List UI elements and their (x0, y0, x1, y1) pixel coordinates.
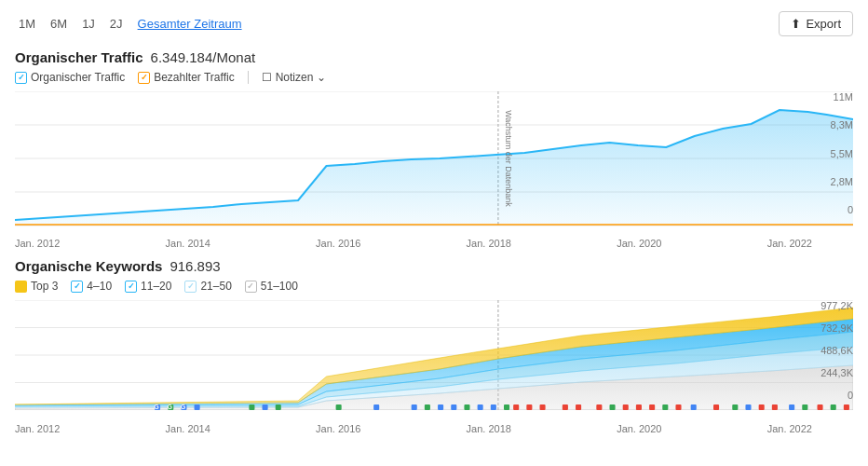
traffic-x-axis: Jan. 2012 Jan. 2014 Jan. 2016 Jan. 2018 … (15, 236, 812, 249)
svg-rect-19 (276, 404, 281, 410)
legend-11-20: 11–20 (125, 280, 171, 293)
svg-rect-48 (789, 404, 794, 410)
keywords-legend: Top 3 4–10 11–20 21–50 51–100 (15, 280, 853, 293)
time-btn-1m[interactable]: 1M (15, 15, 39, 33)
organic-traffic-section: Organischer Traffic 6.349.184/Monat Orga… (15, 49, 853, 249)
svg-rect-37 (623, 404, 629, 410)
time-btn-1j[interactable]: 1J (78, 15, 99, 33)
kw-x-label-2018: Jan. 2018 (467, 423, 511, 434)
x-label-2018: Jan. 2018 (467, 238, 511, 249)
organic-traffic-legend: Organischer Traffic Bezahlter Traffic ☐ … (15, 71, 853, 84)
legend-paid-label: Bezahlter Traffic (154, 71, 234, 84)
x-label-2016: Jan. 2016 (316, 238, 360, 249)
keywords-x-axis: Jan. 2012 Jan. 2014 Jan. 2016 Jan. 2018 … (15, 421, 812, 434)
legend-51-100-checkbox[interactable] (245, 281, 257, 293)
svg-rect-23 (425, 404, 430, 410)
export-button[interactable]: ⬆ Export (779, 11, 853, 36)
traffic-svg: Wachstum der Datenbank (15, 91, 853, 226)
legend-21-50-checkbox[interactable] (184, 281, 197, 293)
keywords-value: 916.893 (170, 258, 220, 274)
legend-4-10-checkbox[interactable] (71, 281, 83, 293)
legend-51-100-label: 51–100 (261, 280, 298, 293)
organic-traffic-value: 6.349.184/Monat (151, 49, 256, 65)
svg-text:G: G (181, 404, 186, 410)
x-label-2020: Jan. 2020 (617, 238, 661, 249)
legend-top3-box (15, 281, 27, 293)
notizen-button[interactable]: ☐ Notizen ⌄ (262, 71, 326, 84)
svg-text:Wachstum der Datenbank: Wachstum der Datenbank (504, 110, 513, 207)
kw-y-label-977: 977,2K (821, 300, 853, 311)
svg-rect-20 (336, 404, 342, 410)
y-label-83m: 8,3M (831, 119, 853, 130)
legend-top3-label: Top 3 (31, 280, 58, 293)
organic-traffic-title: Organischer Traffic (15, 49, 143, 65)
svg-rect-27 (478, 404, 483, 410)
svg-rect-28 (491, 404, 496, 410)
keywords-title-row: Organische Keywords 916.893 (15, 258, 853, 274)
kw-y-label-732: 732,9K (821, 322, 853, 334)
x-label-2014: Jan. 2014 (166, 238, 210, 249)
export-icon: ⬆ (791, 17, 801, 31)
svg-rect-36 (610, 404, 616, 410)
notizen-icon: ☐ (262, 71, 272, 84)
kw-x-label-2020: Jan. 2020 (617, 423, 661, 434)
kw-x-label-2014: Jan. 2014 (166, 423, 210, 434)
svg-rect-22 (412, 404, 417, 410)
keywords-title: Organische Keywords (15, 258, 162, 274)
x-label-2022: Jan. 2022 (767, 238, 812, 249)
legend-top3: Top 3 (15, 280, 58, 293)
kw-x-label-2022: Jan. 2022 (767, 423, 812, 434)
svg-rect-44 (732, 404, 738, 410)
legend-divider (248, 71, 249, 84)
legend-11-20-label: 11–20 (141, 280, 171, 293)
svg-rect-17 (249, 404, 254, 410)
svg-rect-25 (451, 404, 456, 410)
legend-4-10-label: 4–10 (87, 280, 112, 293)
x-label-2012: Jan. 2012 (15, 238, 60, 249)
notizen-label: Notizen ⌄ (276, 71, 326, 84)
legend-organic-checkbox[interactable] (15, 72, 27, 84)
time-range-bar: 1M 6M 1J 2J Gesamter Zeitraum ⬆ Export (15, 11, 853, 36)
svg-rect-42 (691, 404, 697, 410)
time-btn-2j[interactable]: 2J (106, 15, 127, 33)
svg-rect-38 (636, 404, 642, 410)
svg-rect-43 (713, 404, 719, 410)
svg-rect-40 (662, 404, 668, 410)
kw-y-label-244: 244,3K (821, 367, 853, 378)
main-container: 1M 6M 1J 2J Gesamter Zeitraum ⬆ Export O… (0, 0, 868, 445)
time-btn-gesamt[interactable]: Gesamter Zeitraum (134, 15, 246, 33)
svg-rect-34 (576, 404, 581, 410)
svg-text:G: G (154, 404, 159, 410)
keywords-chart: G G G 977,2K 732,9K 488,6K 244,3K 0 (15, 300, 853, 421)
time-btn-6m[interactable]: 6M (47, 15, 71, 33)
legend-21-50: 21–50 (184, 280, 231, 293)
y-label-0: 0 (848, 204, 853, 215)
svg-rect-21 (373, 404, 379, 410)
organic-keywords-section: Organische Keywords 916.893 Top 3 4–10 1… (15, 258, 853, 434)
svg-rect-41 (675, 404, 681, 410)
legend-paid-checkbox[interactable] (138, 72, 150, 84)
y-label-28m: 2,8M (831, 176, 853, 187)
kw-x-label-2016: Jan. 2016 (316, 423, 360, 434)
svg-rect-51 (831, 404, 836, 410)
legend-21-50-label: 21–50 (200, 280, 231, 293)
keywords-svg: G G G (15, 300, 853, 410)
svg-rect-30 (513, 404, 519, 410)
export-label: Export (806, 17, 841, 31)
svg-rect-35 (596, 404, 602, 410)
time-range-options: 1M 6M 1J 2J Gesamter Zeitraum (15, 15, 246, 33)
legend-11-20-checkbox[interactable] (125, 281, 137, 293)
kw-y-label-0: 0 (848, 390, 853, 401)
legend-51-100: 51–100 (245, 280, 298, 293)
kw-x-label-2012: Jan. 2012 (15, 423, 60, 434)
svg-rect-49 (802, 404, 807, 410)
svg-rect-16 (195, 404, 200, 410)
svg-rect-26 (464, 404, 469, 410)
svg-rect-33 (563, 404, 568, 410)
traffic-y-axis: 11M 8,3M 5,5M 2,8M 0 (812, 91, 853, 217)
legend-4-10: 4–10 (71, 280, 112, 293)
kw-y-label-488: 488,6K (821, 345, 853, 356)
legend-paid: Bezahlter Traffic (138, 71, 234, 84)
svg-rect-52 (844, 404, 849, 410)
y-label-11m: 11M (834, 91, 853, 103)
